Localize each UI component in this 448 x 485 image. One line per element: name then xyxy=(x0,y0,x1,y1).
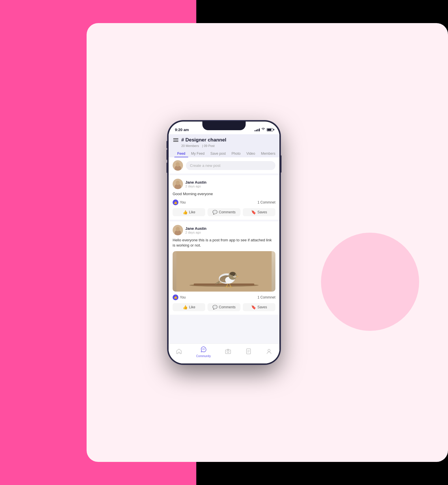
phone-container: 9:20 am xyxy=(168,121,280,364)
post-card-1: Jane Austin 2 days ago Good Morning ever… xyxy=(169,175,279,220)
save-icon-1: 🔖 xyxy=(251,210,256,214)
comment-icon-2: 💬 xyxy=(212,305,217,309)
bottom-navigation: Community xyxy=(169,344,279,363)
tab-feed[interactable]: Feed xyxy=(174,150,188,157)
screen-content: # Designer channel 20 Members | 09 Post … xyxy=(169,134,279,363)
comment-count-2: 1 Commnet xyxy=(257,295,275,299)
svg-point-25 xyxy=(227,350,229,352)
community-label: Community xyxy=(196,355,211,358)
post-author-avatar-2 xyxy=(173,225,183,235)
nav-profile[interactable] xyxy=(266,348,272,356)
tab-video[interactable]: Video xyxy=(243,150,258,157)
post-text-1: Good Morning everyone xyxy=(173,191,275,197)
post-time-1: 2 days ago xyxy=(185,184,206,188)
post-author-avatar-1 xyxy=(173,179,183,189)
menu-button[interactable] xyxy=(173,138,178,142)
post-author-name-2: Jane Austin xyxy=(185,226,206,231)
like-icon-1: 👍 xyxy=(183,210,188,214)
bird-image xyxy=(173,251,275,292)
like-button-1[interactable]: 👍 Like xyxy=(173,208,205,216)
avatar-image xyxy=(173,160,183,171)
power-button xyxy=(280,155,281,173)
post-header-1: Jane Austin 2 days ago xyxy=(173,179,275,189)
avatar-image-1 xyxy=(173,179,183,189)
tab-my-feed[interactable]: My Feed xyxy=(188,150,208,157)
tab-members[interactable]: Members xyxy=(258,150,278,157)
comments-button-1[interactable]: 💬 Comments xyxy=(208,208,240,216)
tab-save-post[interactable]: Save post xyxy=(208,150,229,157)
status-icons xyxy=(255,128,273,132)
nav-home[interactable] xyxy=(176,348,182,356)
svg-point-23 xyxy=(204,349,205,349)
document-icon xyxy=(245,348,252,356)
post-card-2: Jane Austin 2 days ago Hello everyone th… xyxy=(169,221,279,314)
comments-button-2[interactable]: 💬 Comments xyxy=(208,303,240,311)
saves-button-2[interactable]: 🔖 Saves xyxy=(243,303,275,311)
signal-bar-2 xyxy=(256,130,257,131)
svg-point-21 xyxy=(202,349,203,349)
svg-point-30 xyxy=(268,349,270,352)
feed-content: Create a new post Jane Austin 2 days ago xyxy=(169,157,279,344)
menu-line-2 xyxy=(173,140,178,140)
like-badge-2: 👍 xyxy=(173,294,178,300)
save-icon-2: 🔖 xyxy=(251,305,256,309)
like-meta-2: 👍 You xyxy=(173,294,186,300)
members-count: 20 Members xyxy=(181,144,199,148)
tab-bar: Feed My Feed Save post Photo Video xyxy=(173,150,275,157)
post-count: 09 Post xyxy=(204,144,214,148)
like-label-1: Like xyxy=(189,210,195,214)
signal-bar-3 xyxy=(257,129,258,131)
post-meta-2: 👍 You 1 Commnet xyxy=(173,294,275,300)
comments-label-1: Comments xyxy=(219,210,236,214)
post-author-info-2: Jane Austin 2 days ago xyxy=(185,226,206,234)
battery-icon xyxy=(267,128,273,131)
camera-icon xyxy=(225,348,231,356)
background-wrapper: 9:20 am xyxy=(0,0,448,485)
post-actions-2: 👍 Like 💬 Comments 🔖 Saves xyxy=(173,303,275,311)
create-post-input[interactable]: Create a new post xyxy=(186,161,275,170)
channel-title: # Designer channel xyxy=(181,137,226,143)
saves-label-2: Saves xyxy=(257,305,267,309)
signal-bar-1 xyxy=(255,130,255,131)
home-icon xyxy=(176,348,182,356)
post-text-2: Hello everyone this is a post from app t… xyxy=(173,238,275,248)
svg-point-20 xyxy=(233,275,236,278)
like-button-2[interactable]: 👍 Like xyxy=(173,303,205,311)
nav-camera[interactable] xyxy=(225,348,231,356)
comment-count-1: 1 Commnet xyxy=(257,200,275,204)
post-image-2 xyxy=(173,251,275,292)
wifi-icon xyxy=(261,128,265,132)
channel-meta: 20 Members | 09 Post xyxy=(181,144,275,148)
like-meta-1: 👍 You xyxy=(173,199,186,205)
comments-label-2: Comments xyxy=(219,305,236,309)
comment-icon-1: 💬 xyxy=(212,210,217,214)
svg-rect-2 xyxy=(194,283,254,286)
post-time-2: 2 days ago xyxy=(185,231,206,234)
saves-label-1: Saves xyxy=(257,210,267,214)
nav-document[interactable] xyxy=(245,348,252,356)
post-header-2: Jane Austin 2 days ago xyxy=(173,225,275,235)
profile-icon xyxy=(266,348,272,356)
menu-line-1 xyxy=(173,138,178,139)
community-icon xyxy=(200,346,207,354)
post-meta-1: 👍 You 1 Commnet xyxy=(173,199,275,205)
svg-point-22 xyxy=(203,349,204,349)
tab-photo[interactable]: Photo xyxy=(229,150,243,157)
nav-community[interactable]: Community xyxy=(196,346,211,358)
signal-bar-4 xyxy=(259,128,260,131)
signal-icon xyxy=(255,128,260,131)
user-avatar xyxy=(173,160,183,171)
notch xyxy=(202,122,246,130)
avatar-image-2 xyxy=(173,225,183,235)
svg-point-19 xyxy=(230,272,236,275)
battery-fill xyxy=(267,129,271,131)
saves-button-1[interactable]: 🔖 Saves xyxy=(243,208,275,216)
phone-screen: 9:20 am xyxy=(169,122,279,363)
like-label-2: Like xyxy=(189,305,195,309)
like-badge-1: 👍 xyxy=(173,199,178,205)
create-post-area: Create a new post xyxy=(169,157,279,174)
time-display: 9:20 am xyxy=(175,128,189,132)
liked-by-2: You xyxy=(180,295,186,299)
post-author-name-1: Jane Austin xyxy=(185,180,206,184)
menu-line-3 xyxy=(173,141,178,142)
